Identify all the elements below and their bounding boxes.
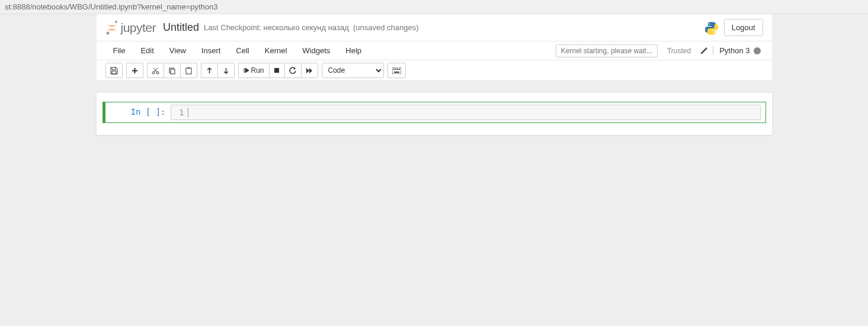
add-cell-button[interactable] (126, 63, 143, 78)
svg-point-0 (115, 21, 117, 23)
menu-widgets[interactable]: Widgets (294, 41, 338, 60)
copy-button[interactable] (164, 63, 180, 78)
main-container: jupyter Untitled Last Checkpoint: нескол… (97, 14, 772, 81)
cell-type-select[interactable]: Code (322, 63, 384, 78)
jupyter-icon (105, 20, 118, 35)
paste-icon (185, 67, 193, 75)
python-icon (704, 21, 718, 35)
cut-icon (152, 67, 159, 75)
menu-kernel[interactable]: Kernel (257, 41, 295, 60)
header: jupyter Untitled Last Checkpoint: нескол… (97, 14, 772, 41)
command-palette-button[interactable] (387, 63, 406, 78)
cut-button[interactable] (147, 63, 164, 78)
notebook-container: In [ ]: 1 (97, 93, 772, 135)
svg-rect-15 (399, 69, 400, 70)
svg-point-2 (709, 23, 710, 24)
svg-point-3 (713, 32, 714, 33)
run-group: Run (238, 63, 318, 78)
logo-text: jupyter (121, 21, 156, 35)
kernel-indicator[interactable]: Python 3 (713, 46, 763, 55)
jupyter-logo[interactable]: jupyter (105, 20, 156, 35)
menu-left: File Edit View Insert Cell Kernel Widget… (105, 41, 556, 60)
run-icon (244, 67, 249, 73)
logout-button[interactable]: Logout (724, 19, 763, 36)
menu-file[interactable]: File (105, 41, 133, 60)
copy-icon (168, 67, 176, 75)
menu-insert[interactable]: Insert (194, 41, 229, 60)
svg-rect-9 (188, 67, 190, 69)
restart-icon (289, 67, 297, 75)
paste-button[interactable] (180, 63, 197, 78)
kernel-notification: Kernel starting, please wait... (556, 44, 658, 57)
fast-forward-icon (306, 67, 313, 75)
save-icon (110, 67, 118, 75)
restart-button[interactable] (284, 63, 301, 78)
url-bar: st:8888/notebooks/WBG/Untitled.ipynb?ker… (0, 0, 868, 14)
save-button[interactable] (105, 63, 123, 78)
svg-rect-8 (186, 68, 191, 74)
menu-cell[interactable]: Cell (228, 41, 257, 60)
toolbar: Run Code (97, 60, 772, 81)
arrow-down-icon (222, 67, 230, 75)
svg-point-1 (106, 31, 109, 34)
trusted-indicator[interactable]: Trusted (662, 47, 696, 55)
cut-copy-paste-group (147, 63, 197, 78)
svg-rect-11 (392, 67, 401, 74)
run-button[interactable]: Run (238, 63, 269, 78)
arrow-up-icon (206, 67, 213, 75)
input-prompt: In [ ]: (105, 105, 171, 120)
move-group (201, 63, 235, 78)
menu-edit[interactable]: Edit (133, 41, 161, 60)
code-cell[interactable]: In [ ]: 1 (103, 102, 766, 123)
svg-rect-10 (274, 68, 279, 73)
kernel-busy-icon (754, 47, 761, 54)
checkpoint-status: Last Checkpoint: несколько секунд назад … (204, 23, 418, 32)
notebook-title[interactable]: Untitled (163, 21, 199, 34)
code-input[interactable] (188, 108, 758, 117)
notebook-area: In [ ]: 1 (0, 81, 868, 147)
input-area[interactable]: 1 (171, 105, 761, 120)
menu-view[interactable]: View (162, 41, 194, 60)
move-up-button[interactable] (201, 63, 217, 78)
menu-help[interactable]: Help (338, 41, 369, 60)
move-down-button[interactable] (217, 63, 235, 78)
restart-run-button[interactable] (301, 63, 318, 78)
line-number: 1 (174, 108, 188, 117)
svg-rect-13 (395, 69, 396, 70)
keyboard-icon (392, 67, 401, 74)
menubar: File Edit View Insert Cell Kernel Widget… (97, 41, 772, 60)
svg-rect-12 (393, 69, 395, 70)
stop-icon (274, 67, 280, 73)
interrupt-button[interactable] (269, 63, 284, 78)
svg-rect-14 (397, 69, 398, 70)
plus-icon (131, 67, 139, 75)
svg-rect-16 (394, 72, 399, 73)
svg-rect-7 (171, 69, 175, 74)
menu-right: Kernel starting, please wait... Trusted … (556, 44, 763, 57)
edit-icon[interactable] (696, 47, 713, 54)
header-right: Logout (704, 19, 763, 36)
